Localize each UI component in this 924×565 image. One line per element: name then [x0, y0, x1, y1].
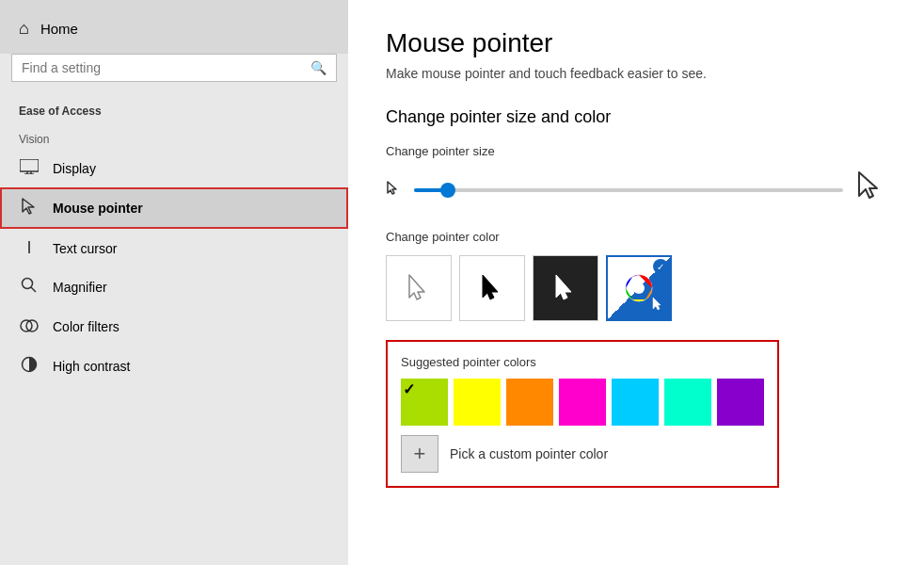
sidebar-item-high-contrast[interactable]: High contrast	[0, 347, 348, 386]
sidebar-item-text-cursor-label: Text cursor	[53, 241, 117, 256]
sidebar-item-high-contrast-label: High contrast	[53, 359, 130, 374]
section-title: Change pointer size and color	[386, 107, 886, 127]
pointer-size-label: Change pointer size	[386, 144, 886, 158]
pointer-color-white[interactable]	[386, 255, 452, 321]
main-content: Mouse pointer Make mouse pointer and tou…	[348, 0, 924, 565]
swatch-green-yellow[interactable]: ✓	[401, 379, 448, 426]
sidebar-item-home[interactable]: ⌂ Home	[0, 0, 348, 54]
pointer-size-slider-row	[386, 170, 886, 211]
swatch-checkmark: ✓	[403, 380, 415, 398]
sidebar: ⌂ Home 🔍 Ease of Access Vision Display M…	[0, 0, 348, 565]
swatch-magenta[interactable]	[559, 379, 606, 426]
custom-color-row: + Pick a custom pointer color	[401, 435, 764, 473]
sidebar-item-magnifier[interactable]: Magnifier	[0, 267, 348, 307]
search-box: 🔍	[11, 54, 337, 82]
sidebar-item-mouse-label: Mouse pointer	[53, 201, 143, 216]
sidebar-item-color-filters-label: Color filters	[53, 319, 119, 334]
suggested-title: Suggested pointer colors	[401, 355, 764, 369]
swatch-cyan[interactable]	[612, 379, 659, 426]
pointer-size-slider[interactable]	[414, 188, 843, 192]
home-icon: ⌂	[19, 19, 29, 39]
custom-color-label: Pick a custom pointer color	[450, 446, 608, 461]
text-cursor-icon: I	[19, 238, 40, 258]
page-title: Mouse pointer	[386, 28, 886, 58]
ease-of-access-label: Ease of Access	[0, 97, 348, 121]
display-icon	[19, 159, 40, 178]
search-input[interactable]	[22, 60, 303, 75]
add-custom-color-button[interactable]: +	[401, 435, 438, 473]
slider-thumb	[440, 183, 455, 198]
sidebar-item-color-filters[interactable]: Color filters	[0, 307, 348, 347]
swatch-yellow[interactable]	[454, 379, 501, 426]
sidebar-item-mouse-pointer[interactable]: Mouse pointer	[0, 187, 348, 229]
vision-label: Vision	[0, 121, 348, 150]
pointer-color-label: Change pointer color	[386, 230, 886, 244]
selected-checkmark: ✓	[653, 259, 668, 274]
pointer-color-inverted[interactable]	[533, 255, 598, 321]
svg-line-5	[31, 287, 36, 292]
color-swatches: ✓	[401, 379, 764, 426]
sidebar-home-label: Home	[40, 21, 78, 37]
search-icon[interactable]: 🔍	[311, 60, 327, 75]
cursor-small-icon	[386, 180, 401, 202]
pointer-color-custom[interactable]: ✓	[606, 255, 672, 321]
mouse-pointer-icon	[19, 197, 40, 219]
swatch-purple[interactable]	[717, 379, 764, 426]
pointer-color-black[interactable]	[459, 255, 525, 321]
sidebar-item-magnifier-label: Magnifier	[53, 280, 107, 295]
sidebar-item-display[interactable]: Display	[0, 150, 348, 187]
svg-point-4	[23, 279, 33, 289]
cursor-large-icon	[856, 170, 886, 211]
swatch-orange[interactable]	[506, 379, 553, 426]
color-filter-icon	[19, 316, 40, 337]
svg-rect-0	[20, 159, 39, 171]
contrast-icon	[19, 356, 40, 377]
sidebar-item-display-label: Display	[53, 161, 96, 176]
pointer-color-options: ✓	[386, 255, 886, 321]
sidebar-item-text-cursor[interactable]: I Text cursor	[0, 229, 348, 267]
page-subtitle: Make mouse pointer and touch feedback ea…	[386, 66, 886, 81]
magnifier-icon	[19, 277, 40, 298]
suggested-colors-box: Suggested pointer colors ✓ + Pick a cust…	[386, 340, 779, 488]
swatch-green-cyan[interactable]	[664, 379, 711, 426]
svg-point-10	[633, 282, 645, 294]
